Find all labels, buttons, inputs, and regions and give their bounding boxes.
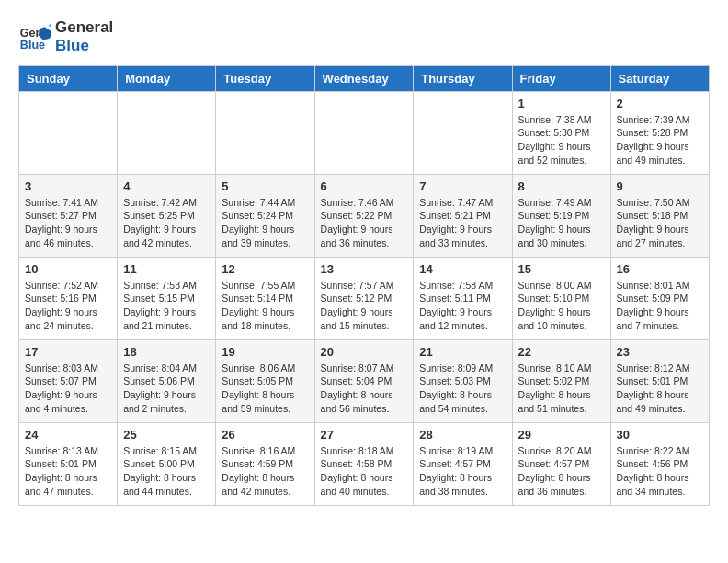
calendar-cell: 8Sunrise: 7:49 AM Sunset: 5:19 PM Daylig… — [512, 174, 610, 257]
calendar-cell: 7Sunrise: 7:47 AM Sunset: 5:21 PM Daylig… — [414, 174, 512, 257]
day-info: Sunrise: 8:07 AM Sunset: 5:04 PM Dayligh… — [321, 362, 408, 416]
day-info: Sunrise: 8:13 AM Sunset: 5:01 PM Dayligh… — [25, 444, 111, 499]
day-info: Sunrise: 8:19 AM Sunset: 4:57 PM Dayligh… — [419, 444, 506, 499]
day-number: 10 — [25, 262, 111, 276]
calendar-cell: 27Sunrise: 8:18 AM Sunset: 4:58 PM Dayli… — [314, 422, 414, 505]
calendar-cell: 16Sunrise: 8:01 AM Sunset: 5:09 PM Dayli… — [610, 257, 709, 339]
day-number: 25 — [123, 428, 210, 442]
weekday-header-sunday: Sunday — [19, 65, 118, 91]
weekday-header-wednesday: Wednesday — [314, 65, 414, 91]
day-info: Sunrise: 7:53 AM Sunset: 5:15 PM Dayligh… — [123, 279, 210, 333]
calendar-cell: 17Sunrise: 8:03 AM Sunset: 5:07 PM Dayli… — [19, 339, 118, 422]
calendar-cell: 10Sunrise: 7:52 AM Sunset: 5:16 PM Dayli… — [19, 257, 118, 339]
calendar-cell: 5Sunrise: 7:44 AM Sunset: 5:24 PM Daylig… — [216, 174, 314, 257]
calendar-cell: 25Sunrise: 8:15 AM Sunset: 5:00 PM Dayli… — [118, 422, 216, 505]
calendar-cell: 21Sunrise: 8:09 AM Sunset: 5:03 PM Dayli… — [414, 339, 512, 422]
calendar-cell: 26Sunrise: 8:16 AM Sunset: 4:59 PM Dayli… — [216, 422, 314, 505]
day-info: Sunrise: 7:57 AM Sunset: 5:12 PM Dayligh… — [321, 279, 408, 333]
logo: General Blue General Blue — [18, 18, 113, 56]
day-number: 16 — [617, 262, 703, 276]
day-number: 19 — [222, 345, 308, 359]
calendar-cell: 11Sunrise: 7:53 AM Sunset: 5:15 PM Dayli… — [118, 257, 216, 339]
day-number: 12 — [222, 262, 308, 276]
day-info: Sunrise: 7:44 AM Sunset: 5:24 PM Dayligh… — [222, 196, 308, 250]
day-number: 8 — [518, 179, 605, 193]
day-number: 28 — [419, 428, 506, 442]
day-info: Sunrise: 7:55 AM Sunset: 5:14 PM Dayligh… — [222, 279, 308, 333]
day-number: 14 — [419, 262, 506, 276]
day-number: 22 — [518, 345, 605, 359]
day-number: 3 — [25, 179, 111, 193]
day-info: Sunrise: 7:47 AM Sunset: 5:21 PM Dayligh… — [419, 196, 506, 250]
day-number: 21 — [419, 345, 506, 359]
calendar-week-5: 24Sunrise: 8:13 AM Sunset: 5:01 PM Dayli… — [19, 422, 710, 505]
day-number: 26 — [222, 428, 308, 442]
day-info: Sunrise: 8:12 AM Sunset: 5:01 PM Dayligh… — [617, 362, 703, 416]
day-info: Sunrise: 7:52 AM Sunset: 5:16 PM Dayligh… — [25, 279, 111, 333]
day-number: 15 — [518, 262, 605, 276]
weekday-header-friday: Friday — [512, 65, 610, 91]
weekday-header-monday: Monday — [118, 65, 216, 91]
calendar-cell: 18Sunrise: 8:04 AM Sunset: 5:06 PM Dayli… — [118, 339, 216, 422]
day-info: Sunrise: 8:10 AM Sunset: 5:02 PM Dayligh… — [518, 362, 605, 416]
calendar-cell: 20Sunrise: 8:07 AM Sunset: 5:04 PM Dayli… — [314, 339, 414, 422]
calendar-cell: 6Sunrise: 7:46 AM Sunset: 5:22 PM Daylig… — [314, 174, 414, 257]
day-number: 27 — [321, 428, 408, 442]
day-number: 2 — [617, 97, 703, 110]
calendar-cell: 4Sunrise: 7:42 AM Sunset: 5:25 PM Daylig… — [118, 174, 216, 257]
calendar-table: SundayMondayTuesdayWednesdayThursdayFrid… — [18, 65, 710, 506]
day-info: Sunrise: 7:50 AM Sunset: 5:18 PM Dayligh… — [617, 196, 703, 250]
calendar-cell — [216, 91, 314, 174]
calendar-cell — [314, 91, 414, 174]
day-number: 30 — [617, 428, 703, 442]
calendar-cell — [414, 91, 512, 174]
day-info: Sunrise: 7:46 AM Sunset: 5:22 PM Dayligh… — [321, 196, 408, 250]
calendar-cell — [19, 91, 118, 174]
calendar-cell: 3Sunrise: 7:41 AM Sunset: 5:27 PM Daylig… — [19, 174, 118, 257]
calendar-week-1: 1Sunrise: 7:38 AM Sunset: 5:30 PM Daylig… — [19, 91, 710, 174]
calendar-header-row: SundayMondayTuesdayWednesdayThursdayFrid… — [19, 65, 710, 91]
day-info: Sunrise: 8:18 AM Sunset: 4:58 PM Dayligh… — [321, 444, 408, 499]
calendar-cell: 23Sunrise: 8:12 AM Sunset: 5:01 PM Dayli… — [610, 339, 709, 422]
calendar-cell — [118, 91, 216, 174]
day-info: Sunrise: 7:49 AM Sunset: 5:19 PM Dayligh… — [518, 196, 605, 250]
day-number: 13 — [321, 262, 408, 276]
logo-general: General — [55, 18, 113, 37]
calendar-week-3: 10Sunrise: 7:52 AM Sunset: 5:16 PM Dayli… — [19, 257, 710, 339]
day-info: Sunrise: 7:58 AM Sunset: 5:11 PM Dayligh… — [419, 279, 506, 333]
day-info: Sunrise: 8:00 AM Sunset: 5:10 PM Dayligh… — [518, 279, 605, 333]
calendar-cell: 15Sunrise: 8:00 AM Sunset: 5:10 PM Dayli… — [512, 257, 610, 339]
svg-text:Blue: Blue — [20, 39, 45, 52]
day-number: 7 — [419, 179, 506, 193]
day-number: 11 — [123, 262, 210, 276]
calendar-cell: 9Sunrise: 7:50 AM Sunset: 5:18 PM Daylig… — [610, 174, 709, 257]
day-number: 20 — [321, 345, 408, 359]
day-number: 6 — [321, 179, 408, 193]
day-number: 18 — [123, 345, 210, 359]
logo-blue: Blue — [55, 37, 113, 55]
weekday-header-thursday: Thursday — [414, 65, 512, 91]
day-info: Sunrise: 8:15 AM Sunset: 5:00 PM Dayligh… — [123, 444, 210, 499]
day-info: Sunrise: 8:22 AM Sunset: 4:56 PM Dayligh… — [617, 444, 703, 499]
day-number: 29 — [518, 428, 605, 442]
weekday-header-tuesday: Tuesday — [216, 65, 314, 91]
day-info: Sunrise: 8:09 AM Sunset: 5:03 PM Dayligh… — [419, 362, 506, 416]
weekday-header-saturday: Saturday — [610, 65, 709, 91]
calendar-cell: 14Sunrise: 7:58 AM Sunset: 5:11 PM Dayli… — [414, 257, 512, 339]
day-info: Sunrise: 7:38 AM Sunset: 5:30 PM Dayligh… — [518, 113, 605, 167]
calendar-cell: 1Sunrise: 7:38 AM Sunset: 5:30 PM Daylig… — [512, 91, 610, 174]
day-info: Sunrise: 8:16 AM Sunset: 4:59 PM Dayligh… — [222, 444, 308, 499]
page-header: General Blue General Blue — [18, 18, 710, 56]
calendar-cell: 19Sunrise: 8:06 AM Sunset: 5:05 PM Dayli… — [216, 339, 314, 422]
day-info: Sunrise: 8:06 AM Sunset: 5:05 PM Dayligh… — [222, 362, 308, 416]
day-number: 5 — [222, 179, 308, 193]
day-info: Sunrise: 7:39 AM Sunset: 5:28 PM Dayligh… — [617, 113, 703, 167]
day-number: 17 — [25, 345, 111, 359]
day-number: 24 — [25, 428, 111, 442]
day-number: 23 — [617, 345, 703, 359]
day-info: Sunrise: 7:41 AM Sunset: 5:27 PM Dayligh… — [25, 196, 111, 250]
logo-icon: General Blue — [18, 20, 51, 53]
day-info: Sunrise: 8:04 AM Sunset: 5:06 PM Dayligh… — [123, 362, 210, 416]
calendar-cell: 22Sunrise: 8:10 AM Sunset: 5:02 PM Dayli… — [512, 339, 610, 422]
calendar-cell: 12Sunrise: 7:55 AM Sunset: 5:14 PM Dayli… — [216, 257, 314, 339]
